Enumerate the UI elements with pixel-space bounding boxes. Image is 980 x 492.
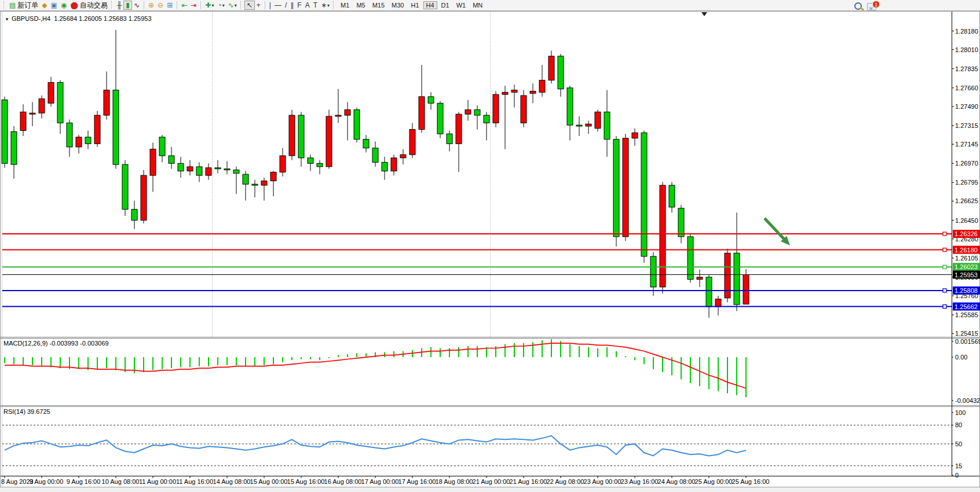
candle-down: [131, 210, 137, 221]
price-axis-label: 1.26625: [955, 197, 978, 204]
trendline-tool-button[interactable]: /: [283, 1, 288, 10]
template-chart-icon: ∿: [228, 1, 234, 10]
price-badge-label: 1.26180: [955, 247, 978, 254]
search-icon[interactable]: [854, 2, 862, 10]
text-label-icon: T: [313, 1, 317, 10]
price-axis-label: 1.26970: [955, 160, 978, 167]
tf-m5-button[interactable]: M5: [353, 1, 368, 9]
text-icon: A: [305, 1, 310, 10]
toolbar-separator: [177, 1, 177, 9]
label-tool-button[interactable]: T: [312, 1, 319, 10]
add-indicator-button[interactable]: ✚▾: [203, 1, 215, 10]
candle-down: [113, 90, 119, 165]
candle-down: [474, 110, 480, 115]
time-axis-label: 8 Aug 2023: [1, 478, 34, 485]
tf-h1-button[interactable]: H1: [408, 1, 422, 9]
line-chart-icon: ∿: [134, 1, 140, 10]
candle-up: [261, 181, 267, 186]
price-axis-label: 1.25585: [955, 311, 978, 318]
ohlc-values: 1.25684 1.26005 1.25683 1.25953: [54, 15, 151, 22]
toolbar-separator: [200, 1, 201, 9]
fibonacci-tool-button[interactable]: F: [295, 1, 303, 10]
chart-line-button[interactable]: ∿: [132, 1, 141, 10]
level-handle[interactable]: [943, 232, 946, 236]
candle-up: [94, 115, 100, 144]
candle-up: [289, 115, 295, 156]
chart-canvas[interactable]: 1.281801.280101.278351.276601.274901.273…: [0, 0, 980, 492]
cursor-icon: ↖: [247, 1, 253, 10]
tf-w1-button[interactable]: W1: [454, 1, 469, 9]
candle-down: [734, 253, 740, 304]
zoom-out-icon: ⊖: [158, 1, 163, 10]
time-axis-label: 11 Aug 16:00: [176, 478, 213, 485]
trendline-icon: /: [285, 1, 287, 10]
symbol-dropdown-icon[interactable]: ▼: [5, 17, 9, 22]
candle-up: [345, 110, 350, 115]
time-axis-label: 9 Aug 00:00: [30, 478, 64, 485]
hline-tool-button[interactable]: —: [273, 1, 283, 10]
zoom-out-button[interactable]: ⊖: [156, 1, 165, 10]
tf-d1-button[interactable]: D1: [438, 1, 452, 9]
tile-windows-icon: ⊞: [167, 1, 173, 10]
zoom-in-button[interactable]: ⊕: [147, 1, 156, 10]
autotrade-button[interactable]: ⬤ 自动交易: [68, 1, 109, 10]
toolbar-grip[interactable]: [240, 1, 243, 9]
level-handle[interactable]: [943, 265, 946, 269]
toolbar-grip[interactable]: [111, 1, 114, 9]
text-tool-button[interactable]: A: [303, 1, 312, 10]
chart-shift-icon: ⇥: [191, 1, 196, 10]
vline-tool-button[interactable]: |: [268, 1, 273, 10]
add-indicator-icon: ✚: [205, 1, 211, 10]
chart-candles-button[interactable]: ▮: [123, 1, 132, 10]
level-handle[interactable]: [943, 305, 946, 309]
price-axis-label: 1.26105: [955, 255, 978, 262]
crosshair-button[interactable]: +: [255, 1, 262, 10]
toolbar-grip[interactable]: [333, 1, 335, 9]
new-order-icon: ▤: [9, 1, 16, 10]
arrows-tool-button[interactable]: ∗▾: [319, 1, 331, 10]
candle-down: [11, 131, 17, 164]
candle-down: [567, 88, 573, 125]
candle-down: [363, 139, 369, 148]
candle-up: [511, 90, 517, 93]
chart-title[interactable]: ▼GBPUSD-,H4 1.25684 1.26005 1.25683 1.25…: [5, 15, 152, 22]
chat-icon[interactable]: 1: [867, 3, 876, 10]
depth-of-market-button[interactable]: ▣: [49, 1, 59, 10]
tf-m30-button[interactable]: M30: [389, 1, 407, 9]
level-handle[interactable]: [943, 248, 946, 252]
candlestick-icon: ▮: [126, 1, 130, 10]
candle-up: [187, 167, 193, 171]
candle-down: [298, 115, 304, 158]
channel-tool-button[interactable]: ∥: [288, 1, 295, 10]
zoom-in-icon: ⊕: [148, 1, 154, 10]
periods-menu-button[interactable]: ◔▾: [215, 1, 226, 10]
tf-h4-button[interactable]: H4: [423, 1, 437, 9]
symbol-period: GBPUSD-,H4: [12, 15, 50, 22]
candle-down: [317, 163, 323, 167]
chart-shift-button[interactable]: ⇥: [189, 1, 198, 10]
price-badge-label: 1.25953: [955, 271, 978, 278]
candle-down: [382, 162, 387, 171]
candle-up: [280, 156, 286, 172]
templates-button[interactable]: ∿▾: [226, 1, 239, 10]
chevron-down-icon: ▾: [327, 3, 330, 8]
time-axis-label: 23 Aug 16:00: [621, 478, 659, 485]
scripts-button[interactable]: ◉: [59, 1, 68, 10]
candle-down: [354, 110, 360, 139]
level-handle[interactable]: [943, 289, 946, 292]
time-axis-label: 23 Aug 00:00: [584, 478, 621, 485]
candle-up: [150, 149, 156, 175]
new-order-button[interactable]: ▤ 新订单: [8, 1, 40, 10]
auto-scroll-button[interactable]: ⇤: [180, 1, 189, 10]
tf-mn-button[interactable]: MN: [470, 1, 485, 9]
chart-bars-button[interactable]: ╫: [115, 1, 124, 10]
autotrade-icon: ⬤: [70, 1, 78, 10]
time-axis-label: 9 Aug 16:00: [67, 478, 101, 485]
cursor-button[interactable]: ↖: [244, 1, 255, 10]
toolbar-grip[interactable]: [3, 1, 6, 9]
tile-windows-button[interactable]: ⊞: [165, 1, 174, 10]
market-watch-button[interactable]: ◆: [40, 1, 49, 10]
candle-down: [428, 97, 434, 103]
tf-m1-button[interactable]: M1: [338, 1, 352, 9]
tf-m15-button[interactable]: M15: [370, 1, 387, 9]
